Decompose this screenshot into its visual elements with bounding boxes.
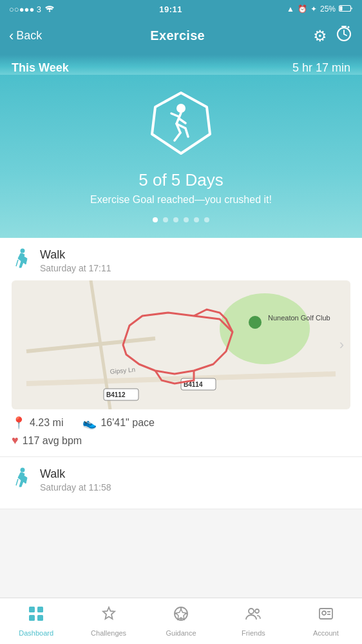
walk-icon xyxy=(12,248,31,274)
header-actions: ⚙ xyxy=(313,24,353,47)
activity-timestamp: Saturday at 17:11 xyxy=(40,263,111,273)
battery-icon xyxy=(339,5,353,14)
svg-marker-24 xyxy=(103,607,115,619)
goal-subtitle: Exercise Goal reached—you crushed it! xyxy=(90,194,272,206)
timer-icon[interactable] xyxy=(335,24,353,47)
nav-challenges-label: Challenges xyxy=(91,629,126,637)
nav-dashboard[interactable]: Dashboard xyxy=(0,598,72,644)
svg-point-12 xyxy=(249,316,262,329)
dot-4 xyxy=(184,217,189,222)
activity-timestamp-2: Saturday at 11:58 xyxy=(40,482,111,493)
location-icon: ▲ xyxy=(287,5,294,14)
back-chevron-icon: ‹ xyxy=(9,28,14,44)
battery-text: 25% xyxy=(320,5,336,14)
heart-icon: ♥ xyxy=(12,434,19,447)
week-label: This Week xyxy=(12,61,69,75)
map-svg: Nuneaton Golf Club B4114 B4112 Gipsy Ln xyxy=(12,280,350,409)
challenges-icon xyxy=(100,605,117,627)
walk-icon-2 xyxy=(12,467,31,493)
signal-indicator: ○○●●● 3 xyxy=(9,5,41,14)
activity-stats: 📍 4.23 mi 👟 16'41" pace xyxy=(12,416,350,430)
settings-icon[interactable]: ⚙ xyxy=(313,27,327,45)
nav-dashboard-label: Dashboard xyxy=(19,629,53,637)
distance-value: 4.23 mi xyxy=(30,417,63,429)
svg-point-19 xyxy=(21,468,25,473)
dot-5 xyxy=(194,217,199,222)
bottom-navigation: Dashboard Challenges Guidance xyxy=(0,598,362,644)
svg-rect-23 xyxy=(37,615,43,621)
activity-type: Walk xyxy=(40,248,111,262)
friends-icon xyxy=(245,605,262,627)
activity-type-2: Walk xyxy=(40,467,111,481)
status-left: ○○●●● 3 xyxy=(9,5,55,14)
app-header: ‹ Back Exercise ⚙ xyxy=(0,18,362,55)
account-icon xyxy=(318,605,334,627)
nav-guidance[interactable]: Guidance xyxy=(145,598,217,644)
back-button[interactable]: ‹ Back xyxy=(9,28,42,44)
dot-1 xyxy=(153,217,158,222)
nav-guidance-label: Guidance xyxy=(166,629,196,637)
heart-rate-row: ♥ 117 avg bpm xyxy=(12,434,350,447)
dot-6 xyxy=(204,217,209,222)
svg-point-32 xyxy=(255,609,259,613)
week-duration: 5 hr 17 min xyxy=(292,61,350,75)
activity-list: Walk Saturday at 17:11 Nuneaton Golf Clu… xyxy=(0,238,362,509)
nav-friends-label: Friends xyxy=(242,629,265,637)
dot-3 xyxy=(173,217,178,222)
page-title: Exercise xyxy=(150,28,205,43)
svg-point-6 xyxy=(21,249,25,253)
activity-map[interactable]: Nuneaton Golf Club B4114 B4112 Gipsy Ln … xyxy=(12,280,350,409)
activity-item-2[interactable]: Walk Saturday at 11:58 xyxy=(0,457,362,509)
nav-account[interactable]: Account xyxy=(290,598,362,644)
svg-point-5 xyxy=(176,104,186,113)
pace-value: 16'41" pace xyxy=(100,417,154,429)
heart-rate-value: 117 avg bpm xyxy=(23,435,82,447)
status-time: 19:11 xyxy=(159,5,182,14)
guidance-icon xyxy=(173,605,189,627)
nav-friends[interactable]: Friends xyxy=(217,598,289,644)
svg-point-34 xyxy=(322,611,326,615)
week-summary: This Week 5 hr 17 min xyxy=(0,55,362,75)
svg-text:B4112: B4112 xyxy=(106,391,126,398)
svg-rect-22 xyxy=(29,615,35,621)
days-goal-text: 5 of 5 Days xyxy=(138,170,224,190)
svg-rect-20 xyxy=(29,607,35,612)
nav-challenges[interactable]: Challenges xyxy=(72,598,144,644)
nav-account-label: Account xyxy=(313,629,339,637)
svg-point-11 xyxy=(220,293,310,364)
back-label: Back xyxy=(16,29,42,43)
svg-rect-1 xyxy=(340,6,343,10)
exercise-badge-icon xyxy=(146,88,216,159)
location-pin-icon: 📍 xyxy=(12,416,26,430)
hero-section: 5 of 5 Days Exercise Goal reached—you cr… xyxy=(0,75,362,238)
status-bar: ○○●●● 3 19:11 ▲ ⏰ ✦ 25% xyxy=(0,0,362,18)
activity-item[interactable]: Walk Saturday at 17:11 Nuneaton Golf Clu… xyxy=(0,238,362,457)
svg-point-3 xyxy=(348,26,350,28)
shoe-icon: 👟 xyxy=(82,416,97,430)
wifi-icon xyxy=(44,5,55,14)
dashboard-icon xyxy=(28,605,44,627)
bluetooth-icon: ✦ xyxy=(310,5,317,14)
dot-2 xyxy=(163,217,168,222)
alarm-icon: ⏰ xyxy=(298,5,307,14)
svg-point-31 xyxy=(249,609,254,614)
map-chevron-icon: › xyxy=(339,337,344,353)
svg-text:Nuneaton Golf Club: Nuneaton Golf Club xyxy=(268,314,330,322)
svg-rect-21 xyxy=(37,607,43,612)
svg-marker-4 xyxy=(152,93,210,153)
svg-marker-26 xyxy=(176,609,186,620)
status-right: ▲ ⏰ ✦ 25% xyxy=(287,5,353,14)
page-indicator xyxy=(153,217,209,222)
